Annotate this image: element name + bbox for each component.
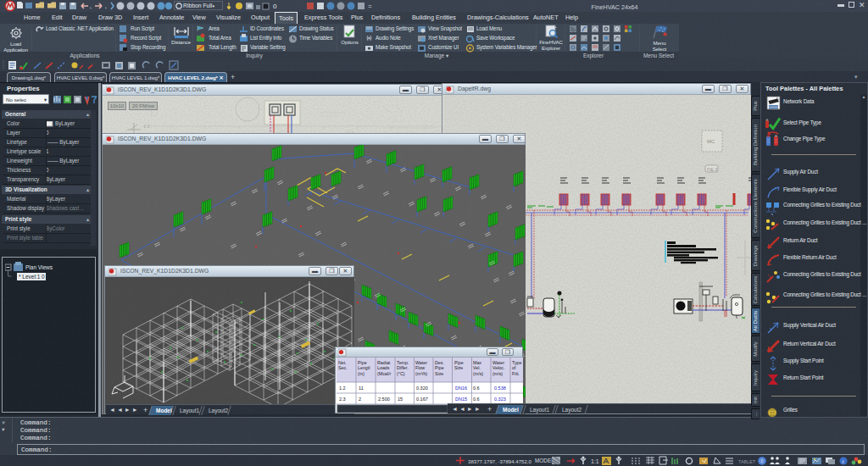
svg-text:Lengtl: Lengtl: [358, 365, 370, 370]
svg-text:2.3: 2.3: [339, 397, 346, 402]
svg-text:Loads: Loads: [377, 365, 390, 370]
svg-text:DN16: DN16: [455, 386, 467, 391]
svg-text:i: i: [843, 458, 844, 465]
svg-text:0.167: 0.167: [416, 397, 428, 402]
svg-text:Fitt.: Fitt.: [512, 371, 520, 376]
svg-text:* Level:1 0: * Level:1 0: [19, 274, 45, 280]
svg-text:of: of: [512, 365, 516, 370]
svg-text:0.6: 0.6: [473, 397, 480, 402]
svg-text:Differ.: Differ.: [397, 365, 409, 370]
svg-text:Size: Size: [454, 365, 463, 370]
svg-text:Plan Views: Plan Views: [25, 264, 53, 270]
svg-text:(m): (m): [358, 371, 364, 376]
svg-text:(Mcal/r: (Mcal/r: [377, 371, 391, 376]
svg-text:-0.9: -0.9: [142, 124, 150, 129]
svg-text:1:1: 1:1: [591, 458, 599, 464]
svg-text:0.538: 0.538: [494, 386, 506, 391]
svg-text:0.320: 0.320: [416, 386, 428, 391]
svg-text:Pipe: Pipe: [435, 365, 444, 370]
svg-text:Vel.: Vel.: [473, 365, 481, 370]
svg-text:0: 0: [273, 3, 277, 10]
svg-text:FIE.3: FIE.3: [707, 167, 717, 172]
svg-text:2.500: 2.500: [378, 397, 390, 402]
svg-text:11: 11: [359, 386, 364, 391]
svg-text:1.2: 1.2: [339, 386, 346, 391]
svg-text:Sec.: Sec.: [338, 365, 348, 370]
svg-text:TABLET: TABLET: [738, 459, 756, 464]
svg-text:DN15: DN15: [455, 397, 467, 402]
svg-text:(m/s): (m/s): [492, 371, 503, 376]
svg-text:MC: MC: [707, 139, 715, 144]
svg-text:(m³/h): (m³/h): [415, 371, 427, 376]
svg-text:Veloc.: Veloc.: [492, 365, 504, 370]
svg-text:0.323: 0.323: [494, 397, 506, 402]
svg-text:15: 15: [398, 397, 403, 402]
svg-text:=: =: [368, 3, 372, 10]
svg-text:Flow: Flow: [415, 365, 425, 370]
svg-text:2: 2: [359, 397, 361, 402]
svg-text:(m/s): (m/s): [473, 371, 483, 376]
svg-text:Size: Size: [435, 371, 443, 376]
svg-text:(°C): (°C): [397, 371, 405, 376]
svg-text:0.6: 0.6: [473, 386, 480, 391]
